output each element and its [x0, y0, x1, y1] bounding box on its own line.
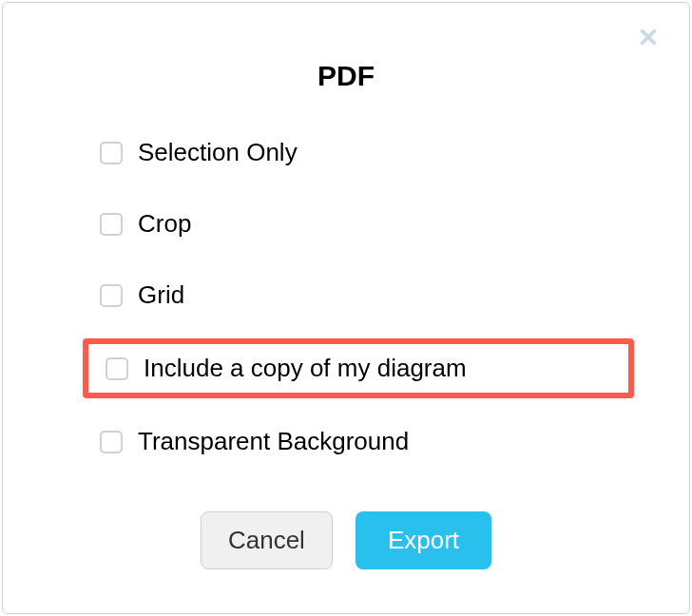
- option-label: Grid: [138, 280, 184, 310]
- checkbox-transparent-bg[interactable]: [100, 431, 123, 453]
- close-button[interactable]: [634, 24, 663, 52]
- dialog-title: PDF: [60, 60, 632, 92]
- checkbox-selection-only[interactable]: [100, 142, 123, 164]
- option-transparent-bg[interactable]: Transparent Background: [94, 419, 632, 464]
- close-icon: [638, 27, 659, 50]
- checkbox-grid[interactable]: [100, 284, 123, 307]
- checkbox-crop[interactable]: [100, 213, 123, 236]
- option-crop[interactable]: Crop: [94, 202, 632, 246]
- option-label: Include a copy of my diagram: [144, 354, 467, 383]
- option-label: Selection Only: [138, 138, 298, 167]
- export-button[interactable]: Export: [356, 511, 491, 569]
- cancel-button[interactable]: Cancel: [201, 511, 333, 569]
- options-list: Selection Only Crop Grid Include a copy …: [60, 130, 632, 464]
- option-selection-only[interactable]: Selection Only: [94, 130, 632, 175]
- checkbox-include-copy[interactable]: [106, 357, 128, 380]
- option-label: Transparent Background: [138, 427, 409, 456]
- pdf-export-dialog: PDF Selection Only Crop Grid Include a c…: [2, 2, 690, 614]
- option-include-copy[interactable]: Include a copy of my diagram: [83, 338, 634, 398]
- button-row: Cancel Export: [60, 511, 632, 569]
- option-label: Crop: [138, 209, 191, 239]
- option-grid[interactable]: Grid: [94, 273, 632, 318]
